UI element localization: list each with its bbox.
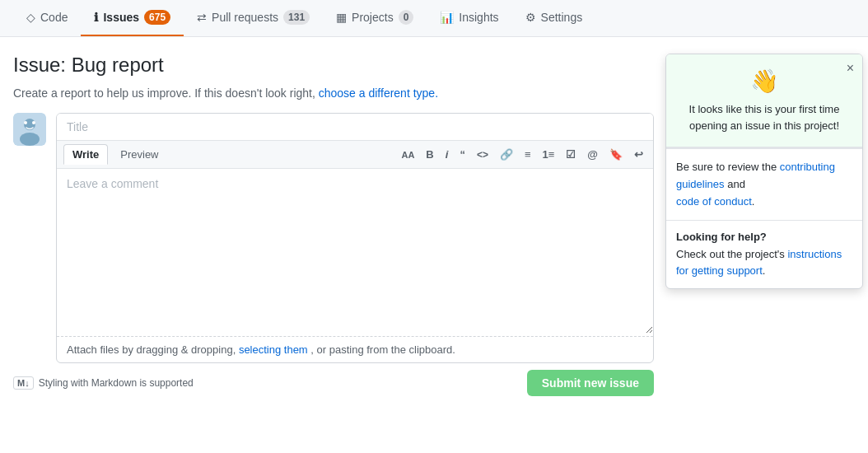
ordered-list-button[interactable]: 1≡ <box>539 147 558 162</box>
ref-button[interactable]: 🔖 <box>606 147 626 162</box>
submit-button[interactable]: Submit new issue <box>527 370 654 396</box>
attach-area: Attach files by dragging & dropping, sel… <box>57 336 653 362</box>
popup-help: Looking for help? Check out the project'… <box>666 220 862 288</box>
markdown-hint: M↓ Styling with Markdown is supported <box>13 376 194 390</box>
editor-toolbar: AA B i “ <> 🔗 ≡ 1≡ ☑ @ 🔖 ↩ <box>398 147 646 162</box>
tab-pull-requests[interactable]: ⇄ Pull requests 131 <box>184 0 323 36</box>
italic-button[interactable]: i <box>442 147 452 162</box>
code-of-conduct-link[interactable]: code of conduct <box>676 195 752 208</box>
page-title: Issue: Bug report <box>13 54 654 77</box>
change-type-link[interactable]: choose a different type. <box>319 86 438 100</box>
select-files-link[interactable]: selecting them <box>239 343 308 356</box>
svg-point-2 <box>20 133 40 146</box>
markdown-icon: M↓ <box>13 376 34 390</box>
form-footer: M↓ Styling with Markdown is supported Su… <box>13 370 654 396</box>
tab-issues[interactable]: ℹ Issues 675 <box>81 0 184 36</box>
quote-button[interactable]: “ <box>456 147 469 162</box>
issue-form: Write Preview AA B i “ <> 🔗 ≡ 1≡ ☑ @ 🔖 <box>13 113 654 363</box>
insights-icon: 📊 <box>440 11 454 24</box>
left-panel: Issue: Bug report Create a report to hel… <box>13 54 654 396</box>
tab-settings[interactable]: ⚙ Settings <box>512 0 596 36</box>
reply-button[interactable]: ↩ <box>631 147 646 162</box>
right-panel: Assignees ⚙ No one—assign yourself Label… <box>674 54 855 396</box>
mention-button[interactable]: @ <box>584 147 601 162</box>
heading-button[interactable]: AA <box>398 148 418 161</box>
task-list-button[interactable]: ☑ <box>562 147 579 162</box>
projects-count-badge: 0 <box>399 10 414 25</box>
issues-icon: ℹ <box>94 11 98 24</box>
popup-body: Be sure to review the contributing guide… <box>666 147 862 220</box>
wave-emoji: 👋 <box>679 68 849 95</box>
svg-point-4 <box>32 121 35 124</box>
tab-insights[interactable]: 📊 Insights <box>427 0 511 36</box>
first-issue-popup: × 👋 It looks like this is your first tim… <box>665 54 863 289</box>
nav-tabs: ◇ Code ℹ Issues 675 ⇄ Pull requests 131 … <box>0 0 868 37</box>
comment-textarea[interactable] <box>57 169 653 334</box>
issue-form-area: Write Preview AA B i “ <> 🔗 ≡ 1≡ ☑ @ 🔖 <box>56 113 654 363</box>
issues-count-badge: 675 <box>144 10 170 25</box>
tab-code[interactable]: ◇ Code <box>13 0 81 36</box>
title-input[interactable] <box>57 114 653 141</box>
code-icon: ◇ <box>26 11 35 24</box>
projects-icon: ▦ <box>336 11 347 24</box>
popup-close-button[interactable]: × <box>847 61 854 76</box>
page-subtitle: Create a report to help us improve. If t… <box>13 86 654 100</box>
bullet-list-button[interactable]: ≡ <box>521 147 534 162</box>
bold-button[interactable]: B <box>422 147 436 162</box>
settings-icon: ⚙ <box>525 11 536 24</box>
tab-projects[interactable]: ▦ Projects 0 <box>323 0 427 36</box>
popup-header-text: It looks like this is your first time op… <box>679 101 849 133</box>
pull-requests-icon: ⇄ <box>197 11 207 24</box>
pull-requests-count-badge: 131 <box>283 10 310 25</box>
code-button[interactable]: <> <box>474 147 492 162</box>
editor-tabs-bar: Write Preview AA B i “ <> 🔗 ≡ 1≡ ☑ @ 🔖 <box>57 141 653 169</box>
write-tab[interactable]: Write <box>63 144 108 165</box>
preview-tab[interactable]: Preview <box>111 144 167 165</box>
popup-help-text: Check out the project's instructions for… <box>676 246 852 278</box>
popup-header: 👋 It looks like this is your first time … <box>666 54 862 147</box>
avatar <box>13 113 46 146</box>
link-button[interactable]: 🔗 <box>497 147 516 162</box>
main-container: Issue: Bug report Create a report to hel… <box>0 37 868 413</box>
popup-body-text: Be sure to review the contributing guide… <box>676 159 852 210</box>
svg-point-3 <box>24 121 27 124</box>
avatar-image <box>13 113 46 146</box>
popup-help-title: Looking for help? <box>676 231 852 243</box>
